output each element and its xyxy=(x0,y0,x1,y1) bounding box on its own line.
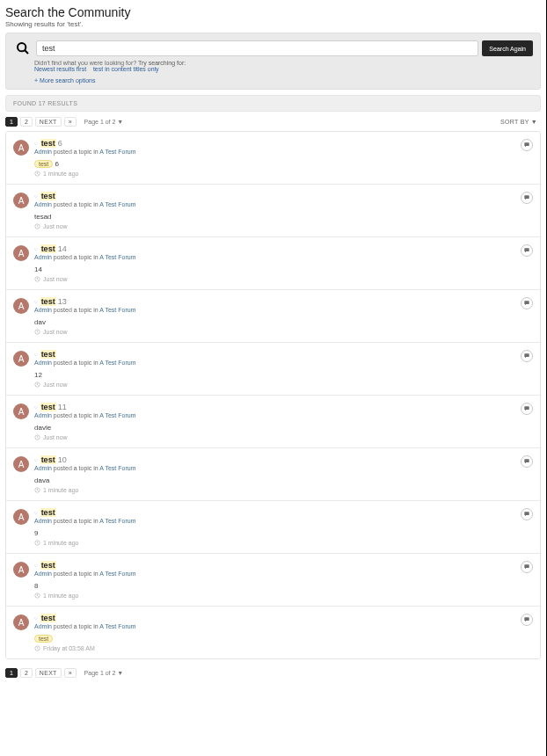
author-link[interactable]: Admin xyxy=(34,360,52,366)
forum-link[interactable]: A Test Forum xyxy=(99,623,135,629)
result-snippet: dav xyxy=(34,318,533,326)
clock-icon xyxy=(34,171,40,177)
author-link[interactable]: Admin xyxy=(34,254,52,260)
author-link[interactable]: Admin xyxy=(34,149,52,155)
author-link[interactable]: Admin xyxy=(34,307,52,313)
search-suggestion-link[interactable]: Newest results first xyxy=(34,66,86,72)
pager-top: 1 2 NEXT » Page 1 of 2 ▼ SORT BY ▼ xyxy=(5,117,541,127)
forum-link[interactable]: A Test Forum xyxy=(99,149,135,155)
page-next-button[interactable]: NEXT xyxy=(35,117,62,127)
time-text: Just now xyxy=(43,329,68,335)
result-meta: Admin posted a topic in A Test Forum xyxy=(34,360,533,366)
forum-link[interactable]: A Test Forum xyxy=(99,254,135,260)
result-title-row: ○test6 xyxy=(34,139,533,148)
highlight: test xyxy=(40,561,56,570)
avatar[interactable]: A xyxy=(13,245,29,261)
author-link[interactable]: Admin xyxy=(34,465,52,471)
avatar[interactable]: A xyxy=(13,351,29,367)
result-meta: Admin posted a topic in A Test Forum xyxy=(34,571,533,577)
page-button[interactable]: 2 xyxy=(20,117,33,127)
result-title-link[interactable]: test6 xyxy=(40,139,62,148)
result-title-link[interactable]: test xyxy=(40,561,56,570)
page-button[interactable]: 1 xyxy=(5,668,18,678)
avatar[interactable]: A xyxy=(13,614,29,630)
result-time: 1 minute ago xyxy=(34,540,533,546)
topic-type-icon[interactable] xyxy=(521,561,533,573)
author-link[interactable]: Admin xyxy=(34,201,52,207)
highlight: test xyxy=(40,244,56,253)
forum-link[interactable]: A Test Forum xyxy=(99,360,135,366)
chevron-down-icon: ▼ xyxy=(117,670,123,676)
forum-link[interactable]: A Test Forum xyxy=(99,201,135,207)
search-hint-label: Didn't find what you were looking for? xyxy=(34,60,136,66)
page-button[interactable]: 2 xyxy=(20,668,33,678)
status-dot-icon: ○ xyxy=(34,352,38,357)
result-title-row: ○test xyxy=(34,508,533,517)
result-title-link[interactable]: test xyxy=(40,350,56,359)
search-icon xyxy=(13,40,33,56)
author-link[interactable]: Admin xyxy=(34,571,52,577)
search-suggestion-link[interactable]: test in content titles only xyxy=(93,66,159,72)
forum-link[interactable]: A Test Forum xyxy=(99,518,135,524)
result-title-link[interactable]: test14 xyxy=(40,244,67,253)
result-body: ○testAdmin posted a topic in A Test Foru… xyxy=(34,192,533,229)
topic-type-icon[interactable] xyxy=(521,244,533,257)
topic-type-icon[interactable] xyxy=(521,455,533,468)
avatar[interactable]: A xyxy=(13,509,29,525)
forum-link[interactable]: A Test Forum xyxy=(99,307,135,313)
topic-type-icon[interactable] xyxy=(521,614,533,626)
avatar[interactable]: A xyxy=(13,140,29,156)
sort-by-dropdown[interactable]: SORT BY ▼ xyxy=(500,119,537,125)
author-link[interactable]: Admin xyxy=(34,623,52,629)
clock-icon xyxy=(34,434,40,440)
avatar[interactable]: A xyxy=(13,562,29,578)
search-again-button[interactable]: Search Again xyxy=(482,40,533,56)
pager: 1 2 NEXT » Page 1 of 2 ▼ xyxy=(5,117,123,127)
search-row: Search Again xyxy=(13,40,533,56)
topic-type-icon[interactable] xyxy=(521,297,533,309)
result-time: Just now xyxy=(34,434,533,440)
author-link[interactable]: Admin xyxy=(34,518,52,524)
result-time: Friday at 03:58 AM xyxy=(34,645,533,651)
topic-type-icon[interactable] xyxy=(521,192,533,204)
avatar[interactable]: A xyxy=(13,193,29,208)
topic-type-icon[interactable] xyxy=(521,350,533,362)
page-title: Search the Community xyxy=(5,5,541,19)
avatar[interactable]: A xyxy=(13,298,29,314)
result-title-link[interactable]: test10 xyxy=(40,455,67,464)
topic-type-icon[interactable] xyxy=(521,508,533,520)
forum-link[interactable]: A Test Forum xyxy=(99,571,135,577)
result-time: 1 minute ago xyxy=(34,592,533,599)
page-indicator[interactable]: Page 1 of 2 ▼ xyxy=(84,119,124,125)
page-last-button[interactable]: » xyxy=(64,668,77,678)
result-title-link[interactable]: test xyxy=(40,508,56,517)
forum-link[interactable]: A Test Forum xyxy=(99,465,135,471)
result-title-suffix: 14 xyxy=(58,244,67,253)
result-title-link[interactable]: test13 xyxy=(40,297,67,306)
result-title-row: ○test xyxy=(34,614,533,622)
result-title-row: ○test11 xyxy=(34,403,533,411)
result-item: A○testAdmin posted a topic in A Test For… xyxy=(6,184,540,236)
avatar[interactable]: A xyxy=(13,403,29,419)
page-indicator[interactable]: Page 1 of 2 ▼ xyxy=(84,670,124,676)
result-title-link[interactable]: test xyxy=(40,614,56,622)
result-meta: Admin posted a topic in A Test Forum xyxy=(34,412,533,418)
result-title-link[interactable]: test xyxy=(40,192,56,200)
clock-icon xyxy=(34,329,40,335)
search-input[interactable] xyxy=(36,40,478,56)
topic-type-icon[interactable] xyxy=(521,139,533,151)
plus-icon: + xyxy=(34,77,38,84)
result-title-link[interactable]: test11 xyxy=(40,403,67,411)
status-dot-icon: ○ xyxy=(34,404,38,410)
more-search-options[interactable]: +More search options xyxy=(34,77,533,84)
author-link[interactable]: Admin xyxy=(34,412,52,418)
result-meta: Admin posted a topic in A Test Forum xyxy=(34,149,533,155)
page-button[interactable]: 1 xyxy=(5,117,18,127)
page-last-button[interactable]: » xyxy=(64,117,77,127)
page-next-button[interactable]: NEXT xyxy=(35,668,62,678)
topic-type-icon[interactable] xyxy=(521,403,533,415)
avatar[interactable]: A xyxy=(13,456,29,472)
forum-link[interactable]: A Test Forum xyxy=(99,412,135,418)
highlight: test xyxy=(40,508,56,517)
highlight: test xyxy=(40,403,56,411)
